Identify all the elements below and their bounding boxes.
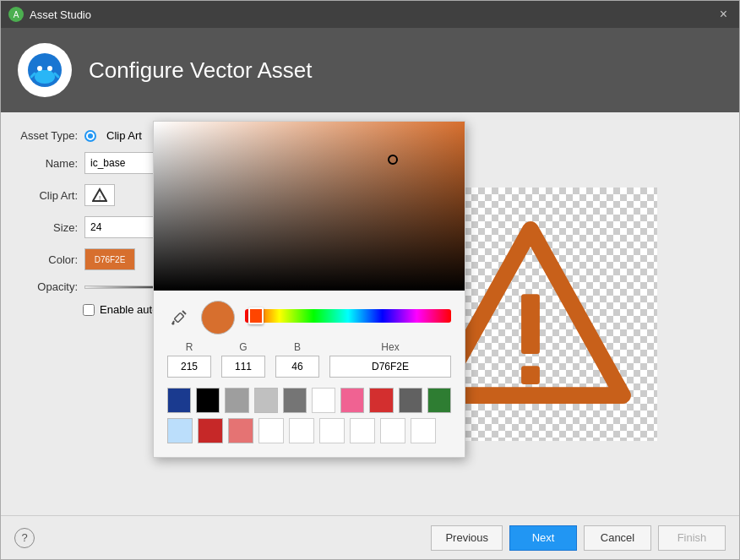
svg-point-6 [47, 66, 52, 71]
svg-rect-13 [521, 366, 540, 384]
svg-rect-4 [38, 70, 52, 80]
g-input[interactable] [221, 356, 265, 378]
swatch-grey-charcoal[interactable] [399, 388, 422, 413]
color-value-text: D76F2E [95, 255, 126, 264]
mirror-checkbox[interactable] [83, 304, 95, 316]
color-button[interactable]: D76F2E [84, 248, 135, 270]
help-button[interactable]: ? [14, 528, 35, 548]
svg-rect-15 [174, 313, 183, 322]
swatch-grey-medium[interactable] [225, 388, 248, 413]
size-label: Size: [14, 221, 78, 234]
color-picker-popup: R G B Hex [153, 121, 465, 458]
swatch-empty-6[interactable] [411, 418, 436, 443]
finish-button[interactable]: Finish [658, 525, 726, 551]
footer: ? Previous Next Cancel Finish [1, 515, 739, 559]
main-window: A Asset Studio × Configure Vector Asset [0, 0, 740, 560]
swatch-empty-5[interactable] [380, 418, 405, 443]
footer-buttons: Previous Next Cancel Finish [431, 525, 726, 551]
eyedropper-button[interactable] [167, 306, 191, 329]
previous-button[interactable]: Previous [431, 525, 503, 551]
swatch-blue-light[interactable] [167, 418, 193, 443]
svg-line-14 [182, 311, 186, 314]
color-gradient[interactable] [154, 122, 465, 291]
b-label: B [294, 341, 301, 353]
header-title: Configure Vector Asset [89, 57, 312, 84]
hex-input[interactable] [329, 356, 451, 378]
swatch-black[interactable] [196, 388, 220, 413]
color-swatches [154, 388, 465, 443]
swatch-red-light[interactable] [228, 418, 253, 443]
b-input[interactable] [275, 356, 319, 378]
svg-text:A: A [14, 10, 19, 19]
next-button[interactable]: Next [509, 525, 577, 551]
hue-thumb[interactable] [248, 307, 264, 324]
r-input[interactable] [167, 356, 211, 378]
help-icon: ? [21, 531, 27, 544]
swatch-pink[interactable] [340, 388, 364, 413]
cancel-button[interactable]: Cancel [584, 525, 651, 551]
window-title: Asset Studio [30, 8, 715, 21]
clip-art-button[interactable]: ! [84, 184, 115, 206]
header: Configure Vector Asset [1, 28, 739, 112]
main-content: Asset Type: Clip Art Name: Clip Art: ! [1, 112, 739, 515]
titlebar: A Asset Studio × [1, 1, 739, 28]
swatch-red-dark[interactable] [369, 388, 393, 413]
opacity-label: Opacity: [14, 280, 78, 293]
svg-point-5 [37, 66, 42, 71]
swatch-empty-4[interactable] [350, 418, 375, 443]
r-group: R [167, 341, 211, 378]
swatch-green-dark[interactable] [427, 388, 451, 413]
rgb-inputs: R G B Hex [154, 341, 465, 378]
color-label: Color: [14, 253, 78, 266]
swatch-row-2 [167, 418, 451, 443]
current-color-swatch [201, 301, 235, 334]
asset-type-value: Clip Art [106, 129, 142, 142]
svg-text:!: ! [99, 194, 101, 202]
g-group: G [221, 341, 265, 378]
header-logo [18, 43, 72, 97]
swatch-empty-1[interactable] [258, 418, 284, 443]
hex-group: Hex [329, 341, 451, 378]
swatch-red-deeper[interactable] [198, 418, 223, 443]
r-label: R [186, 341, 193, 353]
clip-art-label: Clip Art: [14, 189, 78, 202]
swatch-empty-2[interactable] [289, 418, 314, 443]
hex-label: Hex [381, 341, 399, 353]
close-button[interactable]: × [715, 5, 732, 24]
swatch-row-1 [167, 388, 451, 413]
g-label: G [239, 341, 247, 353]
swatch-grey-dark[interactable] [283, 388, 307, 413]
app-icon: A [8, 6, 24, 23]
swatch-blue-dark[interactable] [167, 388, 191, 413]
swatch-silver[interactable] [254, 388, 278, 413]
asset-type-label: Asset Type: [14, 129, 78, 142]
name-label: Name: [14, 157, 78, 170]
svg-rect-12 [521, 294, 540, 354]
hue-slider-container [245, 309, 451, 326]
picker-controls [154, 291, 465, 341]
gradient-cursor [388, 155, 398, 165]
svg-point-17 [172, 323, 175, 325]
asset-type-radio[interactable] [84, 130, 96, 142]
swatch-white[interactable] [312, 388, 335, 413]
swatch-empty-3[interactable] [319, 418, 345, 443]
b-group: B [275, 341, 319, 378]
hue-slider[interactable] [245, 309, 451, 323]
